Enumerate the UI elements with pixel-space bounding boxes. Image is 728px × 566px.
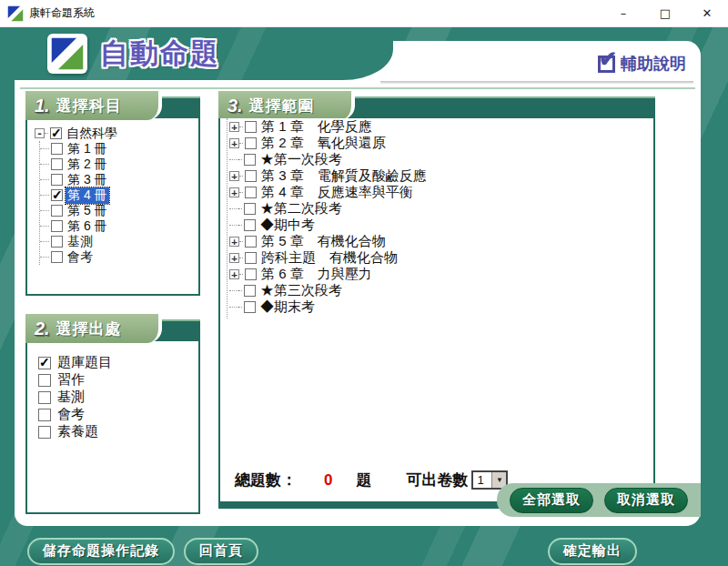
checkbox[interactable] — [51, 251, 63, 263]
checkbox[interactable] — [38, 357, 51, 369]
range-tree-row[interactable]: +第 1 章 化學反應 — [229, 118, 644, 135]
expand-icon[interactable]: + — [229, 237, 239, 247]
panel-select-source: 2. 選擇出處 題庫題目習作基測會考素養題 — [25, 314, 200, 514]
tree-connector — [239, 241, 243, 242]
minimize-icon[interactable]: – — [602, 0, 644, 27]
tree-connector — [40, 226, 49, 227]
range-tree-row[interactable]: +第 6 章 力與壓力 — [229, 266, 644, 282]
tree-row[interactable]: 會考 — [40, 249, 195, 265]
checkbox[interactable] — [245, 121, 257, 133]
checkbox[interactable] — [50, 127, 62, 139]
range-item-label: ★第二次段考 — [258, 200, 344, 217]
tree-row[interactable]: 第 1 冊 — [40, 141, 195, 157]
range-tree-row[interactable]: ★第三次段考 — [229, 282, 644, 298]
checkbox[interactable] — [244, 203, 256, 215]
checkbox[interactable] — [51, 205, 63, 217]
tree-row[interactable]: 第 4 冊 — [40, 187, 195, 203]
range-item-label: ◆期末考 — [258, 298, 317, 316]
checkbox[interactable] — [51, 189, 63, 201]
checkbox[interactable] — [244, 285, 256, 297]
panel3-title: 選擇範圍 — [249, 96, 315, 116]
checkbox[interactable] — [38, 409, 51, 421]
checkbox[interactable] — [244, 301, 256, 313]
source-option[interactable]: 題庫題目 — [36, 354, 193, 371]
checkbox[interactable] — [245, 252, 257, 264]
window-title: 康軒命題系統 — [29, 5, 95, 21]
tree-connector — [40, 195, 49, 196]
close-icon[interactable]: ✕ — [686, 0, 728, 27]
range-tree-row[interactable]: +第 2 章 氧化與還原 — [229, 135, 644, 151]
tree-row[interactable]: 第 5 冊 — [40, 203, 195, 218]
panel2-header: 2. 選擇出處 — [25, 314, 200, 341]
tree-connector — [45, 133, 48, 134]
source-option[interactable]: 基測 — [36, 389, 193, 406]
range-tree-row[interactable]: ◆期中考 — [229, 217, 644, 233]
tree-row[interactable]: 基測 — [40, 234, 195, 249]
panel1-header-tab: 1. 選擇科目 — [25, 91, 162, 120]
panel3-header: 3. 選擇範圍 — [218, 91, 655, 118]
maximize-icon[interactable]: □ — [644, 0, 686, 27]
tree-row-root[interactable]: -自然科學 — [35, 126, 195, 141]
checkbox[interactable] — [245, 170, 257, 182]
panel-select-subject: 1. 選擇科目 -自然科學第 1 冊第 2 冊第 3 冊第 4 冊第 5 冊第 … — [25, 91, 200, 296]
total-label: 總題數： — [235, 470, 297, 490]
tree-connector — [239, 274, 243, 275]
checkbox[interactable] — [38, 391, 51, 404]
panel2-title: 選擇出處 — [56, 318, 122, 339]
checkbox[interactable] — [244, 219, 256, 231]
checkbox[interactable] — [245, 268, 257, 280]
save-record-button[interactable]: 儲存命題操作記錄 — [27, 538, 175, 565]
checkbox[interactable] — [38, 426, 51, 439]
panel3-header-tab: 3. 選擇範圍 — [218, 91, 355, 120]
source-option[interactable]: 習作 — [36, 371, 193, 389]
checkbox[interactable] — [51, 143, 63, 155]
expand-icon[interactable]: + — [229, 138, 239, 148]
expand-icon[interactable]: + — [229, 269, 239, 279]
app-logo-icon — [7, 5, 24, 22]
range-item-label: 跨科主題 有機化合物 — [259, 249, 399, 267]
expand-icon[interactable]: + — [229, 171, 239, 181]
confirm-output-button[interactable]: 確定輸出 — [548, 538, 637, 565]
total-count: 0 — [324, 471, 332, 490]
tree-connector — [229, 290, 238, 291]
tree-row[interactable]: 第 2 冊 — [40, 157, 195, 172]
home-button[interactable]: 回首頁 — [184, 538, 258, 565]
source-option-label: 基測 — [56, 389, 86, 406]
source-option[interactable]: 會考 — [36, 406, 193, 423]
checkbox[interactable] — [245, 187, 257, 198]
range-tree-row[interactable]: +第 3 章 電解質及酸鹼反應 — [229, 167, 644, 184]
checkbox[interactable] — [38, 374, 51, 387]
range-tree-row[interactable]: +跨科主題 有機化合物 — [229, 249, 644, 266]
tree-item-label: 會考 — [66, 249, 95, 266]
tree-connector — [239, 192, 243, 193]
expand-icon[interactable]: + — [229, 253, 239, 263]
collapse-icon[interactable]: - — [35, 128, 45, 138]
tree-connector — [238, 208, 242, 209]
tree-row[interactable]: 第 3 冊 — [40, 172, 195, 187]
range-tree-row[interactable]: +第 4 章 反應速率與平衡 — [229, 184, 644, 200]
checkbox[interactable] — [51, 174, 63, 186]
checkbox[interactable] — [245, 137, 257, 149]
range-tree-row[interactable]: ◆期末考 — [229, 298, 644, 315]
checkbox[interactable] — [51, 158, 63, 170]
tree-connector — [229, 225, 238, 226]
checkbox[interactable] — [51, 220, 63, 232]
range-tree-row[interactable]: ★第一次段考 — [229, 151, 644, 167]
range-tree-row[interactable]: +第 5 章 有機化合物 — [229, 233, 644, 249]
source-list: 題庫題目習作基測會考素養題 — [27, 341, 198, 446]
range-tree-row[interactable]: ★第二次段考 — [229, 200, 644, 217]
checkbox[interactable] — [51, 236, 63, 248]
select-all-button[interactable]: 全部選取 — [510, 488, 593, 513]
checkbox[interactable] — [244, 154, 256, 166]
tree-item-label: 自然科學 — [65, 126, 119, 142]
expand-icon[interactable]: + — [229, 122, 239, 132]
expand-icon[interactable]: + — [229, 187, 239, 197]
help-link[interactable]: 輔助說明 — [598, 53, 686, 75]
deselect-button[interactable]: 取消選取 — [604, 488, 688, 513]
range-item-label: 第 5 章 有機化合物 — [259, 233, 388, 250]
tree-row[interactable]: 第 6 冊 — [40, 218, 195, 234]
tree-connector — [40, 164, 49, 165]
header-logo-box — [47, 34, 87, 74]
checkbox[interactable] — [245, 236, 257, 248]
source-option[interactable]: 素養題 — [36, 423, 193, 440]
